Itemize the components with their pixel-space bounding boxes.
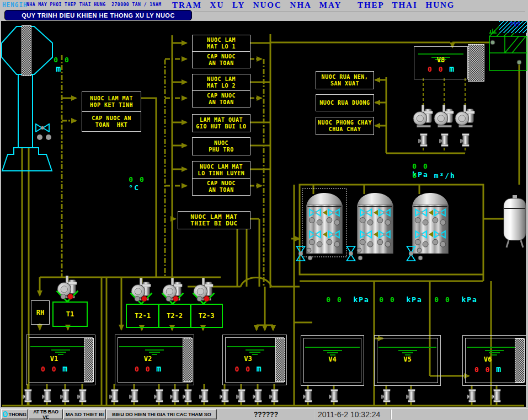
status-divider xyxy=(314,410,315,419)
device-code-button-label: MA SO THIET BI xyxy=(66,412,104,417)
box-cap-nuoc-an-toan-lo1[interactable]: CAP NUOC AN TOAN xyxy=(192,51,250,68)
vendor-logo: HENGIH xyxy=(2,1,28,9)
level-indicator xyxy=(275,338,285,382)
tank-label: V6 xyxy=(463,356,513,363)
box-line: THIET BI DUC xyxy=(190,220,237,227)
temperature-value: 0 0 xyxy=(129,175,145,184)
box-cap-nuoc-an-toan-hkt[interactable]: CAP NUOC AN TOAN HKT xyxy=(82,111,141,132)
level-unit: m xyxy=(496,364,501,374)
box-line: TOAN HKT xyxy=(95,122,128,128)
box-line: PHU TRO xyxy=(209,147,234,153)
device-code-button[interactable]: MA SO THIET BI xyxy=(63,409,106,419)
level-indicator xyxy=(84,338,94,382)
box-line: AN TOAN xyxy=(209,187,234,193)
tank-v6[interactable]: V6 0 0 m xyxy=(462,335,526,386)
page-title: TRAM XU LY NUOC NHA MAY THEP THAI HUNG xyxy=(172,1,455,10)
box-lam-mat-quat-gio[interactable]: LAM MAT QUAT GIO HUT BUI LO xyxy=(192,114,250,132)
level-value: 0 0 xyxy=(234,365,250,373)
level-value: 0 0 xyxy=(41,365,57,373)
flow-value: 0 xyxy=(412,171,418,180)
box-nuoc-lam-mat-thiet-bi-duc[interactable]: NUOC LAM MAT THIET BI DUC xyxy=(178,211,250,229)
waterline xyxy=(305,347,360,348)
t1-hopper[interactable]: T1 xyxy=(52,301,88,327)
tank-label: V5 xyxy=(375,356,440,363)
t2-1-hopper[interactable]: T2-1 xyxy=(126,304,159,328)
waterline xyxy=(227,346,282,347)
system-button[interactable]: THONG xyxy=(1,409,28,419)
t2-1-label: T2-1 xyxy=(135,312,151,320)
temperature-readout: 0 0 °C xyxy=(107,167,145,200)
box-line: NUOC PHONG CHAY xyxy=(318,120,372,126)
status-divider xyxy=(391,410,392,419)
trend-chart-button-label: BIEU DO HIEN THI GIA TRI CAC THAM SO xyxy=(112,412,211,417)
box-nuoc-rua-duong[interactable]: NUOC RUA DUONG xyxy=(316,94,374,111)
box-line: NUOC LAM xyxy=(207,76,236,83)
plant-subtitle: NHA MAY PHOI THEP THAI HUNG 270000 TAN /… xyxy=(26,2,162,7)
level-indicator xyxy=(183,338,193,382)
level-unit: m xyxy=(156,364,161,374)
screen-banner-button[interactable]: QUY TRINH DIEU KHIEN HE THONG XU LY NUOC xyxy=(4,10,192,20)
box-cap-nuoc-an-toan-lo2[interactable]: CAP NUOC AN TOAN xyxy=(192,90,250,107)
box-line: AN TOAN xyxy=(209,60,234,67)
t1-label: T1 xyxy=(66,310,74,318)
level-value: 0 0 xyxy=(135,365,151,373)
trend-chart-button[interactable]: BIEU DO HIEN THI GIA TRI CAC THAM SO xyxy=(106,409,217,419)
top-groove xyxy=(194,11,525,12)
pump-flow-readout: 0 m³/h xyxy=(391,163,456,188)
box-line: HOP KET TINH xyxy=(90,102,133,109)
tank-v3[interactable]: V3 0 0 m xyxy=(222,335,287,385)
pressure-value: 0 0 xyxy=(434,295,450,304)
box-nuoc-lam-mat-lo-2[interactable]: NUOC LAM MAT LO 2 xyxy=(192,74,250,91)
box-line: NUOC RUA DUONG xyxy=(319,100,370,106)
temperature-unit: °C xyxy=(129,184,140,192)
tank-v2[interactable]: V2 0 0 m xyxy=(115,335,194,385)
tank-level: 0 0 m xyxy=(463,364,513,374)
tower-level-indicator xyxy=(22,25,31,76)
rh-label: RH xyxy=(36,309,44,316)
t2-2-hopper[interactable]: T2-2 xyxy=(158,304,191,328)
status-message: ?????? xyxy=(219,409,313,419)
box-line: GIO HUT BUI LO xyxy=(196,123,246,130)
t2-3-label: T2-3 xyxy=(199,312,215,320)
box-nuoc-lam-mat-lo-1[interactable]: NUOC LAM MAT LO 1 xyxy=(192,35,250,52)
waterline xyxy=(467,347,522,348)
box-nuoc-rua-nen[interactable]: NUOC RUA NEN, SAN XUAT xyxy=(316,71,374,89)
box-line: NUOC RUA NEN, xyxy=(322,74,369,80)
box-nuoc-lam-mat-lo-tinh-luyen[interactable]: NUOC LAM MAT LO TINH LUYEN xyxy=(192,161,250,179)
tank-v4[interactable]: V4 xyxy=(301,335,364,386)
flow-unit: m³/h xyxy=(434,171,456,180)
tank-level: 0 0 m xyxy=(26,364,82,374)
tank-level: 0 0 m xyxy=(115,364,180,374)
tank-v8[interactable]: V8 0 0 m xyxy=(414,46,468,79)
tower-level-unit-wrap: m xyxy=(34,56,61,82)
rh-unit[interactable]: RH xyxy=(31,300,50,325)
tank-v5[interactable]: V5 xyxy=(374,335,441,386)
box-line: CAP NUOC xyxy=(207,53,236,60)
level-unit: m xyxy=(449,64,454,74)
box-line: NUOC LAM xyxy=(207,37,236,44)
tank-v1[interactable]: V1 0 0 m xyxy=(26,335,95,385)
box-cap-nuoc-an-toan-tinh-luyen[interactable]: CAP NUOC AN TOAN xyxy=(192,178,250,196)
box-line: AN TOAN xyxy=(209,99,234,106)
protection-button-label: AT TB BAO VE xyxy=(30,409,61,420)
protection-button[interactable]: AT TB BAO VE xyxy=(29,409,63,419)
system-icon xyxy=(3,411,8,417)
level-unit: m xyxy=(62,364,67,374)
box-nuoc-phong-chay[interactable]: NUOC PHONG CHAY CHUA CHAY xyxy=(316,117,374,135)
box-line: NUOC LAM MAT xyxy=(190,214,237,220)
t2-3-hopper[interactable]: T2-3 xyxy=(190,304,223,328)
v8-level-indicator xyxy=(468,44,484,82)
box-line: MAT LO 1 xyxy=(207,44,236,50)
level-unit: m xyxy=(257,364,262,374)
box-line: CHUA CHAY xyxy=(329,126,361,133)
pressure-value: 0 0 xyxy=(379,295,395,304)
scada-window: HENGIH NHA MAY PHOI THEP THAI HUNG 27000… xyxy=(0,0,528,420)
tank-label: V4 xyxy=(301,356,364,363)
level-indicator xyxy=(515,338,525,383)
tank-label: V2 xyxy=(115,355,180,363)
waterline xyxy=(30,346,91,347)
box-nuoc-phu-tro[interactable]: NUOC PHU TRO xyxy=(192,137,250,155)
box-line: LO TINH LUYEN xyxy=(198,170,245,177)
box-nuoc-lam-mat-hop-ket-tinh[interactable]: NUOC LAM MAT HOP KET TINH xyxy=(82,91,141,112)
box-line: CAP NUOC AN xyxy=(92,115,131,122)
